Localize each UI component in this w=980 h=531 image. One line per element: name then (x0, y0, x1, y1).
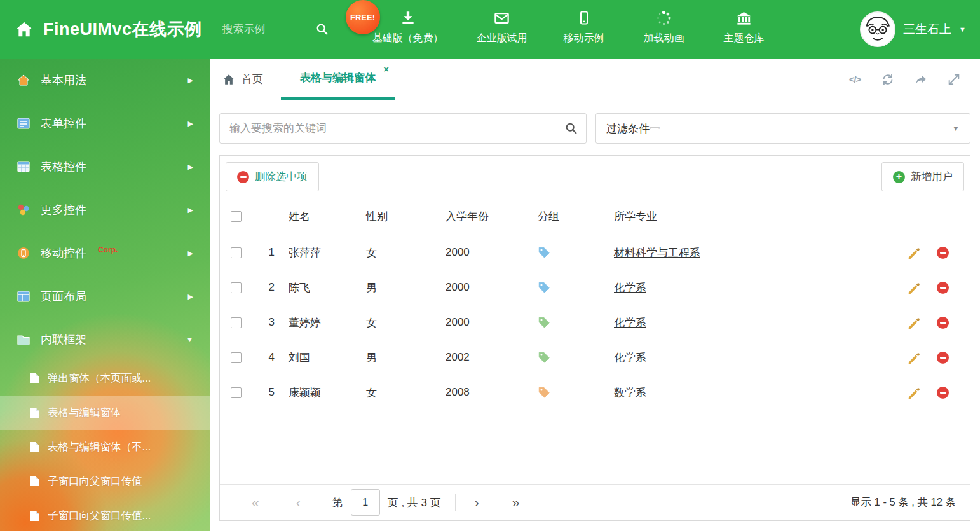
row-checkbox[interactable] (231, 352, 242, 363)
search-icon[interactable] (564, 121, 578, 135)
edit-icon[interactable] (908, 246, 920, 259)
row-checkbox[interactable] (231, 247, 242, 258)
nav-item-loading[interactable]: 加载动画 (641, 9, 688, 45)
file-icon (29, 441, 39, 453)
sidebar-item-inline-frame[interactable]: 内联框架 ▼ (0, 318, 210, 361)
prev-page-button[interactable]: ‹ (291, 495, 306, 510)
delete-icon[interactable] (937, 387, 949, 399)
delete-icon[interactable] (937, 317, 949, 329)
nav-label: 移动示例 (564, 32, 604, 45)
chevron-right-icon: ▶ (188, 120, 193, 128)
col-year-header: 入学年份 (446, 209, 538, 224)
cell-year: 2002 (446, 351, 538, 364)
cell-name: 康颖颖 (289, 385, 366, 400)
main-content: 首页 表格与编辑窗体 × </> (210, 59, 980, 531)
row-index: 2 (252, 281, 289, 294)
expand-icon[interactable] (947, 72, 961, 86)
edit-icon[interactable] (908, 386, 920, 399)
sidebar-item-mobile-controls[interactable]: 移动控件 Corp. ▶ (0, 231, 210, 275)
keyword-search-input[interactable] (219, 113, 587, 144)
table-row: 2 陈飞 男 2000 化学系 (220, 270, 970, 305)
page-number-input[interactable] (351, 489, 380, 516)
tag-icon (538, 351, 550, 364)
add-user-button[interactable]: 新增用户 (881, 162, 964, 191)
chevron-down-icon: ▼ (959, 25, 966, 33)
filter-row: 过滤条件一 ▼ (210, 100, 980, 144)
nav-item-mobile-demo[interactable]: 移动示例 (561, 9, 608, 45)
tab-home-label: 首页 (242, 72, 263, 86)
major-link[interactable]: 化学系 (614, 317, 646, 329)
sidebar-item-basic-usage[interactable]: 基本用法 ▶ (0, 59, 210, 102)
header-search-input[interactable] (222, 23, 311, 36)
user-menu[interactable]: 三生石上 ▼ (860, 11, 966, 47)
page-label-prefix: 第 (332, 495, 343, 510)
share-icon[interactable] (914, 72, 928, 86)
cell-year: 2000 (446, 316, 538, 329)
cell-gender: 女 (366, 315, 446, 330)
sidebar-subitem-grid-edit-window[interactable]: 表格与编辑窗体 (0, 396, 210, 430)
sidebar-item-grid-controls[interactable]: 表格控件 ▶ (0, 145, 210, 188)
brand[interactable]: FineUIMvc在线示例 (14, 18, 202, 41)
chevron-down-icon: ▼ (952, 124, 960, 133)
major-link[interactable]: 数学系 (614, 387, 646, 399)
last-page-button[interactable]: » (507, 495, 525, 510)
row-checkbox[interactable] (231, 317, 242, 328)
pagination-bar: « ‹ 第 页 , 共 3 页 › » 显示 1 - 5 条 , 共 12 条 (220, 484, 970, 520)
cell-name: 刘国 (289, 350, 366, 365)
tab-grid-edit-window[interactable]: 表格与编辑窗体 × (281, 59, 395, 100)
delete-icon[interactable] (937, 247, 949, 259)
sidebar-subitem-popup-window[interactable]: 弹出窗体（本页面或... (0, 361, 210, 396)
tab-home[interactable]: 首页 (210, 59, 281, 100)
refresh-icon[interactable] (881, 72, 895, 86)
bank-icon (735, 9, 752, 27)
keyword-search-field[interactable] (219, 113, 587, 144)
sidebar-subitem-grid-edit-window-2[interactable]: 表格与编辑窗体（不... (0, 430, 210, 464)
free-badge: FREE! (346, 0, 380, 34)
close-icon[interactable]: × (383, 64, 389, 74)
major-link[interactable]: 材料科学与工程系 (614, 247, 700, 259)
delete-icon[interactable] (937, 282, 949, 294)
sidebar-subitem-label: 弹出窗体（本页面或... (48, 371, 151, 385)
sidebar-item-more-controls[interactable]: 更多控件 ▶ (0, 188, 210, 231)
nav-item-theme-repo[interactable]: 主题仓库 (721, 9, 768, 45)
delete-selected-button[interactable]: 删除选中项 (226, 162, 319, 191)
cell-year: 2000 (446, 281, 538, 294)
nav-label: 主题仓库 (724, 32, 765, 45)
row-checkbox[interactable] (231, 282, 242, 293)
tab-tools: </> (848, 59, 980, 100)
chevron-right-icon: ▶ (188, 249, 193, 258)
sidebar-item-label: 基本用法 (41, 72, 86, 88)
delete-icon[interactable] (937, 352, 949, 364)
sidebar-subitem-child-to-parent[interactable]: 子窗口向父窗口传值 (0, 464, 210, 499)
row-checkbox[interactable] (231, 387, 242, 398)
sidebar-item-label: 内联框架 (41, 332, 86, 347)
nav-item-basic-free[interactable]: FREE! 基础版（免费） (372, 9, 444, 45)
major-link[interactable]: 化学系 (614, 352, 646, 364)
edit-icon[interactable] (908, 351, 920, 364)
next-page-button[interactable]: › (470, 495, 484, 510)
tag-icon (538, 246, 550, 259)
sidebar-item-form-controls[interactable]: 表单控件 ▶ (0, 102, 210, 145)
delete-selected-label: 删除选中项 (255, 170, 308, 184)
header-nav: FREE! 基础版（免费） 企业版试用 移动示例 (372, 0, 768, 59)
filter-dropdown[interactable]: 过滤条件一 ▼ (595, 113, 970, 144)
tab-active-label: 表格与编辑窗体 (300, 71, 376, 85)
sidebar-item-page-layout[interactable]: 页面布局 ▶ (0, 275, 210, 318)
major-link[interactable]: 化学系 (614, 282, 646, 294)
search-icon[interactable] (315, 22, 329, 36)
first-page-button[interactable]: « (247, 495, 264, 510)
edit-icon[interactable] (908, 316, 920, 329)
sidebar-subitem-child-to-parent-2[interactable]: 子窗口向父窗口传值... (0, 499, 210, 531)
cell-name: 张萍萍 (289, 245, 366, 260)
cell-gender: 男 (366, 280, 446, 295)
nav-item-enterprise[interactable]: 企业版试用 (477, 9, 527, 45)
page-label-suffix: 页 , 共 3 页 (388, 495, 441, 510)
chevron-right-icon: ▶ (188, 293, 193, 301)
edit-icon[interactable] (908, 281, 920, 294)
col-major-header: 所学专业 (614, 209, 899, 224)
select-all-checkbox[interactable] (231, 211, 242, 222)
row-index: 5 (252, 386, 289, 399)
view-source-icon[interactable]: </> (848, 72, 862, 86)
header-search[interactable] (222, 22, 329, 36)
sidebar-subitem-label: 子窗口向父窗口传值 (48, 474, 142, 488)
